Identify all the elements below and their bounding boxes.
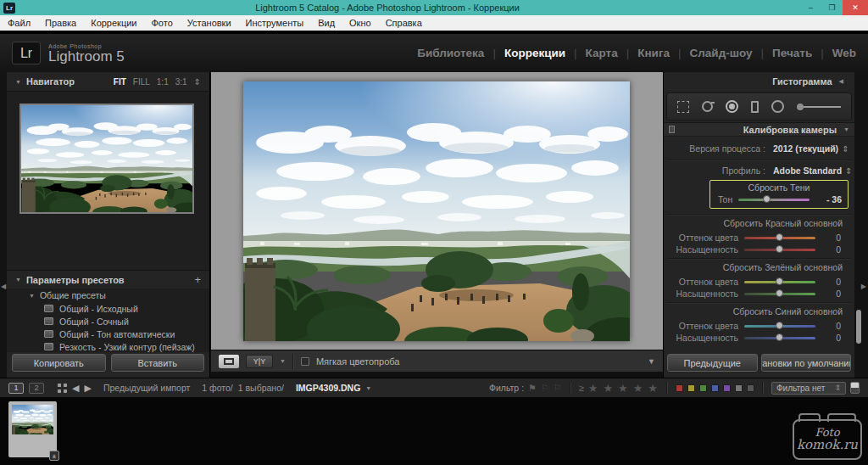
minimize-button[interactable]: – (800, 0, 821, 15)
panel-toggle-icon[interactable] (669, 126, 675, 133)
slider-thumb[interactable] (776, 233, 783, 241)
default-settings-button[interactable]: становки по умолчанию. (761, 354, 852, 372)
color-label-purple[interactable] (723, 384, 731, 392)
right-panel-scrollbar[interactable] (856, 310, 861, 344)
flag-rejected-icon[interactable]: ⚐ (554, 383, 562, 394)
slider-thumb[interactable] (776, 289, 783, 297)
main-photo[interactable] (243, 81, 630, 341)
menu-window[interactable]: Окно (349, 18, 371, 28)
soft-proof-checkbox[interactable] (301, 357, 309, 366)
filename[interactable]: IMGP4309.DNG (296, 383, 360, 393)
green-saturation-slider[interactable] (744, 293, 815, 295)
star-4-icon[interactable]: ★ (633, 382, 644, 395)
blue-saturation-slider[interactable] (744, 337, 815, 339)
zoom-1-1[interactable]: 1:1 (157, 77, 169, 87)
menu-help[interactable]: Справка (386, 18, 422, 28)
preset-item[interactable]: Общий - Исходный (7, 302, 209, 315)
reset-shadows-label[interactable]: Сбросить Тени (710, 182, 848, 193)
previous-button[interactable]: Предыдущие (667, 354, 758, 372)
second-window-button[interactable]: 2 (29, 383, 44, 394)
menu-view[interactable]: Вид (318, 18, 335, 28)
toolbar-options-icon[interactable]: ▼ (648, 357, 655, 366)
menu-tools[interactable]: Инструменты (246, 18, 304, 28)
menu-photo[interactable]: Фото (152, 18, 173, 28)
navigator-preview[interactable] (19, 104, 194, 214)
module-map[interactable]: Карта (586, 47, 618, 59)
star-5-icon[interactable]: ★ (648, 382, 659, 395)
menu-develop[interactable]: Коррекции (91, 18, 136, 28)
slider-thumb[interactable] (776, 333, 783, 341)
reset-green-label[interactable]: Сбросить Зелёный основной (664, 262, 843, 272)
reset-blue-label[interactable]: Сбросить Синий основной (664, 306, 843, 317)
module-book[interactable]: Книга (637, 47, 670, 59)
copy-button[interactable]: Копировать (12, 354, 106, 372)
color-label-gray2[interactable] (747, 384, 754, 392)
module-print[interactable]: Печать (772, 47, 812, 59)
before-after-dropdown-icon[interactable]: ▼ (280, 358, 286, 364)
crop-tool-icon[interactable] (677, 101, 689, 113)
flag-picked-icon[interactable]: ⚑ (528, 383, 537, 394)
grid-view-icon[interactable] (58, 384, 67, 393)
process-version-updown-icon[interactable]: ⇕ (842, 144, 849, 154)
zoom-fill[interactable]: FILL (133, 77, 150, 87)
histogram-header[interactable]: Гистограмма ◀ (664, 72, 854, 91)
previous-photo-icon[interactable]: ◀ (72, 383, 79, 394)
loupe-view-button[interactable] (219, 355, 239, 368)
spot-removal-tool-icon[interactable] (702, 101, 713, 112)
color-label-blue[interactable] (711, 384, 719, 392)
adjustment-brush-tool-icon[interactable] (797, 104, 841, 110)
filter-toggle-icon[interactable] (850, 382, 860, 394)
star-3-icon[interactable]: ★ (618, 382, 629, 395)
graduated-filter-tool-icon[interactable] (751, 101, 759, 113)
main-window-button[interactable]: 1 (8, 383, 24, 394)
module-slideshow[interactable]: Слайд-шоу (690, 47, 753, 59)
source-label[interactable]: Предыдущий импорт (103, 383, 190, 393)
restore-button[interactable]: ❐ (821, 0, 843, 15)
slider-thumb[interactable] (776, 245, 783, 253)
color-label-red[interactable] (676, 384, 683, 392)
color-label-green[interactable] (699, 384, 707, 392)
preset-item[interactable]: Общий - Тон автоматически (7, 328, 209, 340)
menu-settings[interactable]: Установки (187, 18, 231, 28)
zoom-updown-icon[interactable]: ⇕ (194, 77, 201, 87)
module-library[interactable]: Библиотека (417, 47, 484, 59)
filename-dropdown-icon[interactable]: ▼ (365, 385, 371, 391)
process-version-value[interactable]: 2012 (текущий) (773, 143, 838, 154)
color-label-yellow[interactable] (687, 384, 695, 392)
filmstrip-thumbnail[interactable]: ± (8, 401, 57, 457)
module-develop[interactable]: Коррекции (504, 47, 565, 59)
collapse-left-panel-icon[interactable]: ◀ (1, 283, 6, 290)
slider-thumb[interactable] (763, 195, 771, 203)
color-label-gray1[interactable] (735, 384, 743, 392)
add-preset-icon[interactable]: + (194, 273, 201, 286)
navigator-header[interactable]: ▼ Навигатор FIT FILL 1:1 3:1 ⇕ (7, 72, 209, 91)
collapse-right-panel-icon[interactable]: ▶ (861, 283, 866, 290)
green-hue-slider[interactable] (744, 281, 815, 283)
shadow-tint-slider[interactable] (738, 199, 810, 201)
reset-red-label[interactable]: Сбросить Красный основной (664, 218, 843, 228)
rating-gte-icon[interactable]: ≥ (579, 383, 584, 393)
preset-group[interactable]: ▼ Общие пресеты (7, 289, 209, 302)
profile-value[interactable]: Adobe Standard (773, 165, 842, 176)
star-2-icon[interactable]: ★ (603, 382, 614, 395)
menu-file[interactable]: Файл (8, 18, 31, 28)
next-photo-icon[interactable]: ▶ (84, 383, 91, 394)
adjustment-badge-icon[interactable]: ± (49, 451, 59, 461)
profile-updown-icon[interactable]: ⇕ (845, 166, 852, 176)
module-web[interactable]: Web (832, 47, 856, 59)
radial-filter-tool-icon[interactable] (771, 100, 784, 113)
slider-thumb[interactable] (776, 322, 783, 329)
flag-unflagged-icon[interactable]: ⚐ (541, 383, 549, 394)
presets-header[interactable]: ▼ Параметры пресетов + (7, 270, 209, 289)
red-saturation-slider[interactable] (744, 249, 815, 251)
red-hue-slider[interactable] (744, 237, 815, 239)
before-after-button[interactable]: Y|Y (246, 355, 273, 368)
close-button[interactable]: ✕ (843, 0, 868, 15)
zoom-fit[interactable]: FIT (114, 77, 126, 87)
red-eye-tool-icon[interactable] (726, 100, 738, 113)
menu-edit[interactable]: Правка (45, 18, 76, 28)
preset-item[interactable]: Резкость - Узкий контур (пейзаж) (7, 340, 209, 352)
filter-dropdown[interactable]: Фильтра нет ⇕ (771, 382, 846, 395)
zoom-3-1[interactable]: 3:1 (175, 77, 187, 87)
blue-hue-slider[interactable] (744, 325, 815, 328)
